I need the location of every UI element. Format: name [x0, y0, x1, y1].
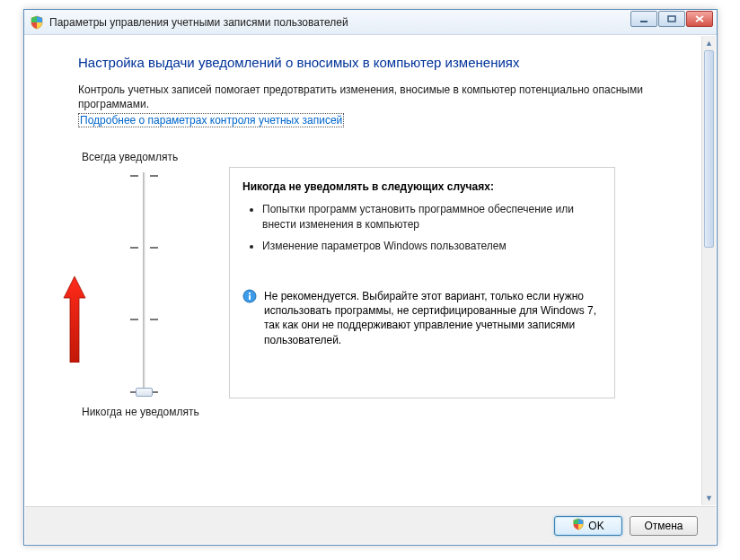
footer: OK Отмена — [25, 506, 716, 544]
slider-tick — [150, 247, 158, 249]
shield-icon — [572, 518, 585, 533]
slider-area: Всегда уведомлять — [78, 151, 665, 438]
slider-tick — [130, 175, 138, 177]
panel-title: Никогда не уведомлять в следующих случая… — [242, 180, 602, 193]
window-controls — [630, 11, 713, 27]
ok-button[interactable]: OK — [554, 516, 622, 536]
titlebar[interactable]: Параметры управления учетными записями п… — [24, 10, 717, 35]
slider-tick — [130, 247, 138, 249]
panel-note: Не рекомендуется. Выбирайте этот вариант… — [242, 289, 602, 347]
cancel-label: Отмена — [644, 520, 683, 532]
slider-top-label: Всегда уведомлять — [82, 151, 178, 163]
slider-bottom-label: Никогда не уведомлять — [82, 406, 199, 418]
info-icon — [242, 289, 257, 303]
slider-tick — [150, 319, 158, 320]
minimize-button[interactable] — [630, 11, 657, 27]
window-title: Параметры управления учетными записями п… — [49, 16, 348, 29]
content-area: Настройка выдачи уведомлений о вносимых … — [31, 42, 700, 505]
maximize-button[interactable] — [658, 11, 685, 27]
scroll-up-icon[interactable]: ▲ — [702, 36, 716, 50]
intro-text: Контроль учетных записей помогает предот… — [78, 83, 665, 111]
panel-bullet: Изменение параметров Windows пользовател… — [262, 239, 602, 253]
slider-tick — [130, 319, 138, 320]
cancel-button[interactable]: Отмена — [630, 516, 698, 536]
slider-thumb[interactable] — [136, 388, 153, 397]
panel-note-text: Не рекомендуется. Выбирайте этот вариант… — [264, 289, 602, 347]
svg-rect-1 — [668, 16, 675, 22]
slider-tick — [150, 175, 158, 177]
svg-rect-3 — [249, 295, 251, 300]
svg-rect-0 — [640, 21, 648, 22]
panel-bullet: Попытки программ установить программное … — [262, 202, 602, 231]
panel-bullet-list: Попытки программ установить программное … — [262, 202, 602, 253]
page-title: Настройка выдачи уведомлений о вносимых … — [78, 55, 665, 70]
ok-label: OK — [588, 520, 603, 532]
close-button[interactable] — [686, 11, 713, 27]
uac-settings-window: Параметры управления учетными записями п… — [23, 9, 718, 546]
learn-more-link[interactable]: Подробнее о параметрах контроля учетных … — [78, 113, 344, 127]
arrow-annotation-icon — [62, 276, 87, 365]
uac-slider[interactable] — [130, 172, 157, 397]
slider-track — [143, 172, 145, 397]
shield-icon — [30, 15, 44, 30]
description-panel: Никогда не уведомлять в следующих случая… — [229, 167, 615, 398]
vertical-scrollbar[interactable]: ▲ ▼ — [701, 36, 716, 505]
svg-rect-4 — [249, 293, 251, 294]
scrollbar-thumb[interactable] — [704, 50, 714, 248]
scroll-down-icon[interactable]: ▼ — [702, 491, 716, 505]
